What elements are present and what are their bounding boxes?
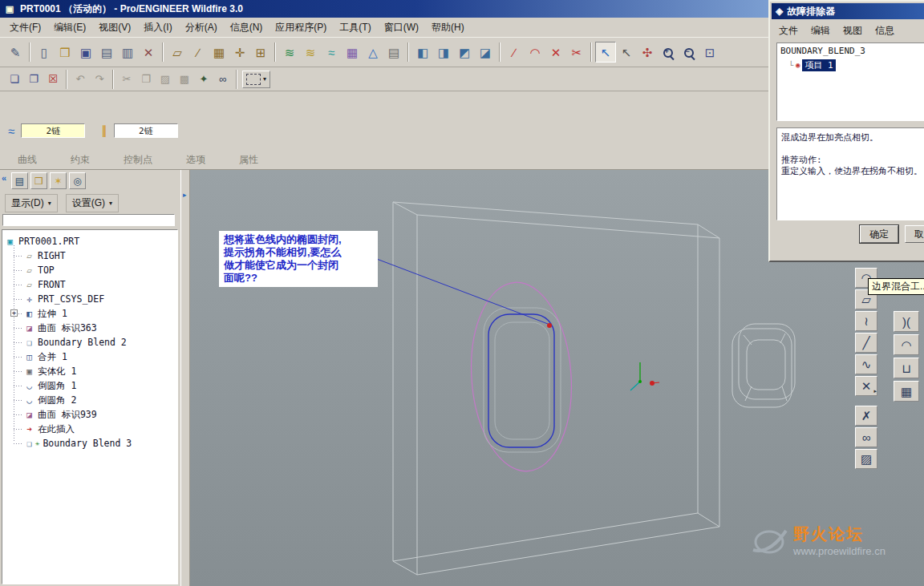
zoom-out-icon[interactable]: −	[679, 42, 699, 63]
tangent-curve-tool-icon[interactable]: ◠	[894, 334, 919, 355]
problem-tree-root[interactable]: BOUNDARY_BLEND_3	[780, 46, 924, 59]
tree-item-insert-here[interactable]: ➜在此插入	[12, 422, 175, 436]
second-chain-collector[interactable]: 2链	[114, 123, 178, 138]
tree-item-solidify-1[interactable]: ▣实体化 1	[12, 364, 175, 378]
print-icon[interactable]: ▤	[96, 42, 117, 63]
tree-item-front[interactable]: ▱FRONT	[12, 277, 175, 292]
menu-item-9[interactable]: 帮助(H)	[425, 18, 471, 37]
tree-search-field[interactable]	[2, 214, 175, 226]
delete-tool-icon[interactable]: ✗	[855, 406, 877, 426]
dashboard-tab-4[interactable]: 属性	[233, 151, 265, 169]
tree-item-surface-363[interactable]: ◪曲面 标识363	[12, 321, 175, 335]
analysis-section-icon[interactable]: ≋	[300, 42, 321, 63]
menu-item-4[interactable]: 分析(A)	[179, 18, 224, 37]
panel-collapse-icon[interactable]: «	[2, 173, 6, 183]
view-saved-icon[interactable]: ◨	[433, 42, 454, 63]
regenerate-icon[interactable]: ✦	[194, 70, 213, 88]
settings-dropdown-button[interactable]: 设置(G) ▾	[66, 194, 119, 212]
flyout-arrow-icon[interactable]: ▸	[873, 388, 877, 394]
tree-item-right[interactable]: ▱RIGHT	[12, 249, 175, 263]
analysis-gauss-icon[interactable]: ≋	[279, 42, 300, 63]
tree-item-merge-1[interactable]: ◫合并 1	[12, 350, 175, 364]
sketch-point-icon[interactable]: ✕	[545, 42, 566, 63]
datum-grid-icon[interactable]: ▦	[209, 42, 229, 63]
tree-item-boundary-blend-3[interactable]: ❏✳Boundary Blend 3	[12, 436, 175, 451]
favorites-icon[interactable]: ✶	[50, 172, 67, 189]
tree-item-csys[interactable]: ✛PRT_CSYS_DEF	[12, 292, 175, 306]
offset-tool-icon[interactable]: ≀	[855, 311, 877, 331]
ok-button[interactable]: 确定	[860, 225, 898, 243]
point-tool-icon[interactable]: ✕▸	[855, 376, 877, 396]
dashboard-tab-1[interactable]: 约束	[64, 151, 96, 169]
dashboard-tab-2[interactable]: 控制点	[117, 151, 159, 169]
tree-item-surface-939[interactable]: ◪曲面 标识939	[12, 407, 175, 422]
tree-item-extrude-1[interactable]: +◧拉伸 1	[12, 306, 175, 321]
annotation-icon[interactable]: ▤	[383, 42, 404, 63]
measure-icon[interactable]: △	[363, 42, 383, 63]
view-shade-icon[interactable]: ◪	[475, 42, 496, 63]
menu-item-5[interactable]: 信息(N)	[224, 18, 270, 37]
menu-item-3[interactable]: 插入(I)	[137, 18, 178, 37]
cancel-button[interactable]: 取消	[905, 225, 924, 243]
menu-item-1[interactable]: 编辑(E)	[47, 18, 92, 37]
select-arrow-icon[interactable]: ↖	[595, 42, 616, 63]
window-close-icon[interactable]: ☒	[43, 70, 63, 88]
arc-pair-tool-icon[interactable]: )(	[894, 311, 919, 332]
problem-tree-item[interactable]: ◉ 项目 1	[780, 59, 924, 71]
analysis-curvature-icon[interactable]: ≈	[321, 42, 342, 63]
grid-toggle-icon[interactable]: ▦	[894, 381, 919, 402]
tree-item-top[interactable]: ▱TOP	[12, 263, 175, 277]
sketch-line-icon[interactable]: ∕	[504, 42, 525, 63]
save-file-icon[interactable]: ▣	[75, 42, 96, 63]
find-icon[interactable]: ∞	[213, 70, 233, 88]
view-standard-icon[interactable]: ◧	[412, 42, 433, 63]
dialog-menu-item-3[interactable]: 信息	[869, 22, 900, 39]
model-tree-icon[interactable]: ▤	[11, 172, 28, 189]
new-file-icon[interactable]: ▯	[34, 42, 55, 63]
datum-csys-icon[interactable]: ⊞	[250, 42, 271, 63]
tree-item-round-1[interactable]: ◡倒圆角 1	[12, 378, 175, 393]
dashboard-tab-0[interactable]: 曲线	[11, 151, 43, 169]
datum-axis-icon[interactable]: ∕	[188, 42, 209, 63]
hatch-tool-icon[interactable]: ▨	[855, 449, 877, 469]
window-list-icon[interactable]: ❏	[5, 70, 24, 88]
show-dropdown-button[interactable]: 显示(D) ▾	[5, 194, 58, 212]
dialog-menu-item-2[interactable]: 视图	[837, 22, 868, 39]
u-section-tool-icon[interactable]: ⊔	[894, 358, 919, 378]
datum-plane-icon[interactable]: ▱	[167, 42, 188, 63]
dialog-menu-item-0[interactable]: 文件	[773, 22, 804, 39]
window-new-icon[interactable]: ❐	[24, 70, 43, 88]
history-icon[interactable]: ◎	[69, 172, 86, 189]
sketch-trim-icon[interactable]: ✂	[566, 42, 587, 63]
splitter-arrow-icon[interactable]: ▸	[183, 191, 187, 199]
first-chain-collector[interactable]: 2链	[21, 123, 85, 138]
spline-tool-icon[interactable]: ∿	[855, 354, 877, 374]
view-front-icon[interactable]: ◩	[454, 42, 475, 63]
line-tool-icon[interactable]: ╱	[855, 333, 877, 353]
delete-icon[interactable]: ✕	[138, 42, 159, 63]
spin-center-icon[interactable]: ✣	[637, 42, 658, 63]
zoom-in-icon[interactable]: +	[658, 42, 679, 63]
tree-item-round-2[interactable]: ◡倒圆角 2	[12, 393, 175, 407]
dashboard-tab-3[interactable]: 选项	[180, 151, 212, 169]
menu-item-8[interactable]: 窗口(W)	[378, 18, 425, 37]
analysis-mesh-icon[interactable]: ▦	[342, 42, 363, 63]
menu-item-0[interactable]: 文件(F)	[3, 18, 47, 37]
menu-item-2[interactable]: 视图(V)	[92, 18, 137, 37]
refit-icon[interactable]: ⊡	[699, 42, 720, 63]
menu-item-7[interactable]: 工具(T)	[333, 18, 377, 37]
menu-item-6[interactable]: 应用程序(P)	[269, 18, 333, 37]
tree-item-boundary-blend-2[interactable]: ❏Boundary Blend 2	[12, 335, 175, 350]
tree-item-part-root[interactable]: ▣PRT0001.PRT	[5, 234, 175, 249]
expander-icon[interactable]: +	[10, 309, 18, 317]
sketch-arc-icon[interactable]: ◠	[525, 42, 545, 63]
sketcher-icon[interactable]: ✎	[5, 42, 26, 63]
print-setup-icon[interactable]: ▥	[117, 42, 138, 63]
chain-tool-icon[interactable]: ∞	[855, 427, 877, 447]
open-file-icon[interactable]: ❒	[55, 42, 75, 63]
datum-point-icon[interactable]: ✛	[229, 42, 250, 63]
smart-select-icon[interactable]: ↖	[616, 42, 637, 63]
selection-filter-control[interactable]: ▾	[242, 71, 270, 88]
folder-browser-icon[interactable]: ❒	[30, 172, 47, 189]
dialog-menu-item-1[interactable]: 编辑	[805, 22, 836, 39]
